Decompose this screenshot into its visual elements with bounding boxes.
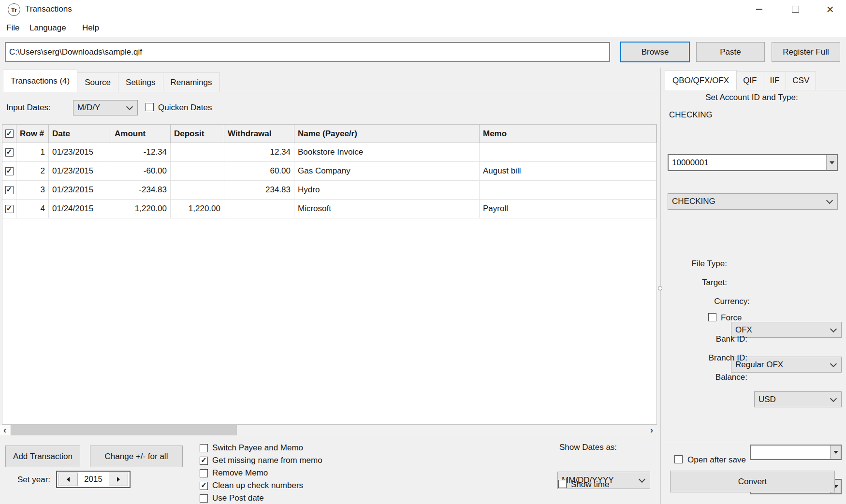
add-transaction-button[interactable]: Add Transaction: [5, 446, 80, 467]
menu-help[interactable]: Help: [82, 22, 99, 34]
date-format-select[interactable]: M/D/Y: [73, 100, 138, 115]
cell-memo[interactable]: [480, 181, 656, 200]
show-time-checkbox[interactable]: [558, 480, 567, 488]
tab-renamings[interactable]: Renamings: [163, 72, 220, 92]
option-checkbox[interactable]: [200, 444, 208, 452]
tab-transactions[interactable]: Transactions (4): [3, 70, 77, 92]
force-label: Force: [721, 313, 742, 323]
table-row[interactable]: 301/23/2015-234.83234.83Hydro: [2, 181, 656, 200]
cell-withdrawal[interactable]: 234.83: [224, 181, 294, 200]
option-get-missing-name-from-memo[interactable]: Get missing name from memo: [200, 454, 322, 467]
cell-withdrawal[interactable]: 12.34: [224, 143, 294, 162]
dropdown-arrow-button[interactable]: [830, 446, 841, 459]
option-checkbox[interactable]: [200, 494, 208, 503]
row-checkbox[interactable]: [5, 205, 14, 213]
cell-withdrawal[interactable]: [224, 200, 294, 218]
currency-select[interactable]: USD: [754, 391, 842, 407]
currency-value: USD: [758, 395, 776, 404]
table-row[interactable]: 401/24/20151,220.001,220.00MicrosoftPayr…: [2, 200, 656, 218]
browse-button[interactable]: Browse: [620, 42, 690, 62]
change-sign-button[interactable]: Change +/- for all: [90, 446, 183, 467]
cell-memo[interactable]: [480, 143, 656, 162]
cell-date[interactable]: 01/24/2015: [49, 200, 111, 218]
cell-row[interactable]: 2: [16, 162, 49, 181]
cell-deposit[interactable]: [171, 181, 224, 200]
tab-qif[interactable]: QIF: [737, 71, 763, 90]
account-id-combo[interactable]: 10000001: [668, 154, 838, 171]
table-header: Row # Date Amount Deposit Withdrawal Nam…: [2, 125, 656, 143]
cell-row[interactable]: 3: [16, 181, 49, 200]
account-type-select[interactable]: CHECKING: [668, 193, 838, 210]
tab-qbo-qfx-ofx[interactable]: QBO/QFX/OFX: [665, 70, 737, 90]
chevron-down-icon: [830, 325, 837, 332]
row-checkbox[interactable]: [5, 148, 14, 157]
option-use-post-date[interactable]: Use Post date: [200, 492, 322, 504]
cell-name[interactable]: Gas Company: [294, 162, 480, 181]
convert-button[interactable]: Convert: [670, 471, 835, 492]
target-select[interactable]: Regular OFX: [731, 357, 842, 373]
cell-amount[interactable]: -234.83: [111, 181, 171, 200]
scrollbar-thumb[interactable]: [11, 425, 237, 435]
cell-amount[interactable]: -60.00: [111, 162, 171, 181]
cell-date[interactable]: 01/23/2015: [49, 143, 111, 162]
cell-amount[interactable]: 1,220.00: [111, 200, 171, 218]
maximize-button[interactable]: [784, 0, 806, 18]
tab-csv[interactable]: CSV: [786, 71, 816, 90]
cell-deposit[interactable]: 1,220.00: [171, 200, 224, 218]
file-path-input[interactable]: [5, 42, 610, 62]
cell-memo[interactable]: August bill: [480, 162, 656, 181]
open-after-save-checkbox[interactable]: [674, 455, 683, 463]
set-year-label: Set year:: [17, 475, 50, 485]
cell-withdrawal[interactable]: 60.00: [224, 162, 294, 181]
option-switch-payee-and-memo[interactable]: Switch Payee and Memo: [200, 442, 322, 454]
menu-language[interactable]: Language: [29, 22, 66, 34]
bank-id-combo[interactable]: [750, 445, 842, 460]
table-row[interactable]: 201/23/2015-60.0060.00Gas CompanyAugust …: [2, 162, 656, 181]
year-increment-button[interactable]: [109, 473, 128, 486]
close-button[interactable]: ×: [819, 0, 841, 18]
menu-bar: File Language Help: [0, 18, 846, 37]
option-remove-memo[interactable]: Remove Memo: [200, 467, 322, 479]
cell-date[interactable]: 01/23/2015: [49, 181, 111, 200]
horizontal-scrollbar[interactable]: ‹ ›: [0, 425, 657, 435]
dropdown-arrow-button[interactable]: [826, 155, 837, 170]
cell-name[interactable]: Hydro: [294, 181, 480, 200]
cell-memo[interactable]: Payroll: [480, 200, 656, 218]
show-dates-label: Show Dates as:: [559, 443, 617, 452]
table-row[interactable]: 101/23/2015-12.3412.34Bookstore Invoice: [2, 143, 656, 162]
option-checkbox[interactable]: [200, 482, 208, 490]
chevron-down-icon: [830, 360, 837, 367]
cell-date[interactable]: 01/23/2015: [49, 162, 111, 181]
cell-name[interactable]: Bookstore Invoice: [294, 143, 480, 162]
menu-file[interactable]: File: [6, 22, 19, 34]
account-name-label: CHECKING: [669, 110, 713, 120]
tab-source[interactable]: Source: [77, 72, 118, 92]
paste-button[interactable]: Paste: [696, 42, 765, 62]
cell-deposit[interactable]: [171, 143, 224, 162]
year-decrement-button[interactable]: [58, 473, 78, 486]
quicken-dates-checkbox[interactable]: [146, 103, 154, 111]
option-clean-up-check-numbers[interactable]: Clean up check numbers: [200, 479, 322, 492]
register-full-button[interactable]: Register Full: [772, 42, 840, 62]
cell-amount[interactable]: -12.34: [111, 143, 171, 162]
cell-row[interactable]: 1: [16, 143, 49, 162]
tab-iif[interactable]: IIF: [763, 71, 786, 90]
cell-name[interactable]: Microsoft: [294, 200, 480, 218]
option-checkbox[interactable]: [200, 469, 208, 477]
row-checkbox[interactable]: [5, 186, 14, 194]
tab-settings[interactable]: Settings: [118, 72, 163, 92]
cell-deposit[interactable]: [171, 162, 224, 181]
option-checkbox[interactable]: [200, 457, 208, 465]
file-type-select[interactable]: OFX: [731, 322, 842, 338]
force-checkbox[interactable]: [708, 313, 716, 321]
scroll-left-arrow[interactable]: ‹: [0, 425, 10, 435]
scroll-right-arrow[interactable]: ›: [647, 425, 656, 435]
select-all-checkbox[interactable]: [5, 130, 14, 138]
minimize-button[interactable]: [748, 0, 770, 18]
col-name: Name (Payee/r): [294, 125, 480, 143]
branch-id-label: Branch ID:: [628, 353, 747, 363]
cell-row[interactable]: 4: [16, 200, 49, 218]
year-value[interactable]: 2015: [84, 475, 102, 484]
output-format-tab-bar: QBO/QFX/OFX QIF IIF CSV: [665, 71, 816, 90]
row-checkbox[interactable]: [5, 167, 14, 175]
